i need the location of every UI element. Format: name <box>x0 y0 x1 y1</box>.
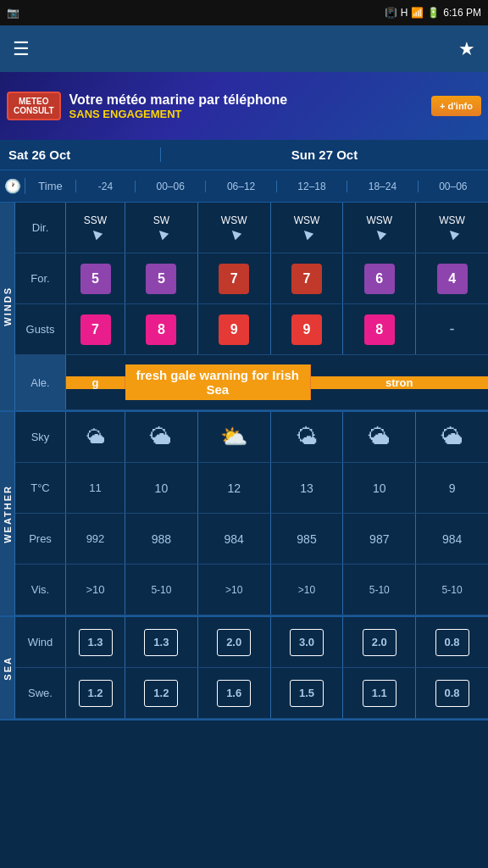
vis-col-1: >10 <box>198 565 271 615</box>
sky-row: Sky 🌥 🌥 ⛅ 🌤 🌥 🌥 <box>15 412 488 463</box>
status-bar: 📷 📳 H 📶 🔋 6:16 PM <box>0 0 488 25</box>
vis-col-2: >10 <box>271 565 344 615</box>
dir-prev: SSW ▶ <box>66 203 125 253</box>
star-icon[interactable]: ★ <box>458 38 475 60</box>
date-header: Sat 26 Oct Sun 27 Oct <box>0 140 488 170</box>
for-col-1: 7 <box>198 253 271 303</box>
for-col-3: 6 <box>343 253 416 303</box>
pres-col-3: 987 <box>343 514 416 564</box>
swe-col-4: 0.8 <box>416 668 488 718</box>
weather-label: Weather <box>0 412 15 615</box>
vis-col-4: 5-10 <box>416 565 488 615</box>
gusts-col-0: 8 <box>125 304 198 354</box>
prev-time-col: -24 <box>76 181 136 192</box>
vis-prev: >10 <box>66 565 125 615</box>
time-col-1: 06–12 <box>206 181 276 192</box>
for-prev: 5 <box>66 253 125 303</box>
banner-button[interactable]: + d'info <box>431 96 481 116</box>
time-display: 6:16 PM <box>443 7 481 19</box>
clock-icon: 🕐 <box>4 178 21 194</box>
pres-col-2: 985 <box>271 514 344 564</box>
sea-wind-label: Wind <box>15 617 66 667</box>
gusts-col-4: - <box>416 304 488 354</box>
swe-col-0: 1.2 <box>125 668 198 718</box>
for-col-0: 5 <box>125 253 198 303</box>
temp-row: T°C 11 10 12 13 10 9 <box>15 463 488 514</box>
winds-content: Dir. SSW ▶ SW ▶ WSW ▶ <box>15 203 488 410</box>
date-sun: Sun 27 Oct <box>161 147 488 162</box>
status-left: 📷 <box>7 7 19 19</box>
time-header-row: 🕐 Time -24 00–06 06–12 12–18 18–24 00–06 <box>0 170 488 203</box>
sky-col-4: 🌥 <box>416 412 488 462</box>
for-row: For. 5 5 7 7 6 4 <box>15 253 488 304</box>
temp-col-0: 10 <box>125 463 198 513</box>
sea-wind-col-1: 2.0 <box>198 617 271 667</box>
vibrate-icon: 📳 <box>385 7 397 19</box>
for-col-4: 4 <box>416 253 488 303</box>
sea-wind-col-3: 2.0 <box>343 617 416 667</box>
time-col-0: 00–06 <box>136 181 206 192</box>
swe-col-1: 1.6 <box>198 668 271 718</box>
date-sat: Sat 26 Oct <box>0 147 161 162</box>
dir-col-4: WSW ▶ <box>416 203 488 253</box>
sky-col-3: 🌥 <box>343 412 416 462</box>
status-right: 📳 H 📶 🔋 6:16 PM <box>385 7 481 19</box>
battery-icon: 🔋 <box>427 7 440 19</box>
time-label: Time <box>25 180 76 192</box>
swe-col-2: 1.5 <box>271 668 344 718</box>
sky-col-0: 🌥 <box>125 412 198 462</box>
dir-col-1: WSW ▶ <box>198 203 271 253</box>
temp-col-3: 10 <box>343 463 416 513</box>
sea-content: Wind 1.3 1.3 2.0 3.0 2.0 0.8 Swe. <box>15 617 488 719</box>
sea-wind-col-2: 3.0 <box>271 617 344 667</box>
winds-label: Winds <box>0 203 15 410</box>
sea-wind-row: Wind 1.3 1.3 2.0 3.0 2.0 0.8 <box>15 617 488 668</box>
banner-text: Votre météo marine par téléphone SANS EN… <box>69 92 423 120</box>
weather-section: Weather Sky 🌥 🌥 ⛅ 🌤 🌥 🌥 T°C 11 10 12 13 … <box>0 412 488 617</box>
gusts-row: Gusts 7 8 9 9 8 - <box>15 304 488 355</box>
temp-col-4: 9 <box>416 463 488 513</box>
dir-col-2: WSW ▶ <box>271 203 344 253</box>
menu-icon[interactable]: ☰ <box>13 38 30 60</box>
weather-content: Sky 🌥 🌥 ⛅ 🌤 🌥 🌥 T°C 11 10 12 13 10 9 Pre… <box>15 412 488 615</box>
sea-wind-col-0: 1.3 <box>125 617 198 667</box>
time-icon-cell: 🕐 <box>0 178 25 194</box>
pres-col-4: 984 <box>416 514 488 564</box>
sky-col-1: ⛅ <box>198 412 271 462</box>
for-prev-badge: 5 <box>80 264 111 294</box>
sea-label: Sea <box>0 617 15 719</box>
swe-row: Swe. 1.2 1.2 1.6 1.5 1.1 0.8 <box>15 668 488 719</box>
ale-main: fresh gale warning for Irish Sea <box>125 364 311 400</box>
sky-prev: 🌥 <box>66 412 125 462</box>
dir-label: Dir. <box>15 203 66 253</box>
vis-col-0: 5-10 <box>125 565 198 615</box>
sea-wind-prev: 1.3 <box>66 617 125 667</box>
gusts-col-3: 8 <box>343 304 416 354</box>
ale-next: stron <box>311 376 489 389</box>
banner-ad[interactable]: METEO CONSULT Votre météo marine par tél… <box>0 72 488 140</box>
vis-label: Vis. <box>15 565 66 615</box>
sky-col-2: 🌤 <box>271 412 344 462</box>
network-icon: H <box>401 7 408 19</box>
pres-label: Pres <box>15 514 66 564</box>
pres-row: Pres 992 988 984 985 987 984 <box>15 514 488 565</box>
sea-wind-col-4: 0.8 <box>416 617 488 667</box>
signal-icon: 📶 <box>411 7 424 19</box>
for-label: For. <box>15 253 66 303</box>
gusts-col-2: 9 <box>271 304 344 354</box>
pres-col-1: 984 <box>198 514 271 564</box>
time-col-4: 00–06 <box>419 181 488 192</box>
camera-icon: 📷 <box>7 7 19 19</box>
ale-prev: g <box>66 376 125 389</box>
time-col-3: 18–24 <box>347 181 418 192</box>
pres-col-0: 988 <box>125 514 198 564</box>
temp-prev: 11 <box>66 463 125 513</box>
vis-row: Vis. >10 5-10 >10 >10 5-10 5-10 <box>15 565 488 615</box>
winds-section: Winds Dir. SSW ▶ SW ▶ WSW ▶ <box>0 203 488 412</box>
nav-bar: ☰ ★ <box>0 25 488 72</box>
dir-col-0: SW ▶ <box>125 203 198 253</box>
dir-col-3: WSW ▶ <box>343 203 416 253</box>
gusts-label: Gusts <box>15 304 66 354</box>
time-col-2: 12–18 <box>277 181 347 192</box>
temp-col-2: 13 <box>271 463 344 513</box>
